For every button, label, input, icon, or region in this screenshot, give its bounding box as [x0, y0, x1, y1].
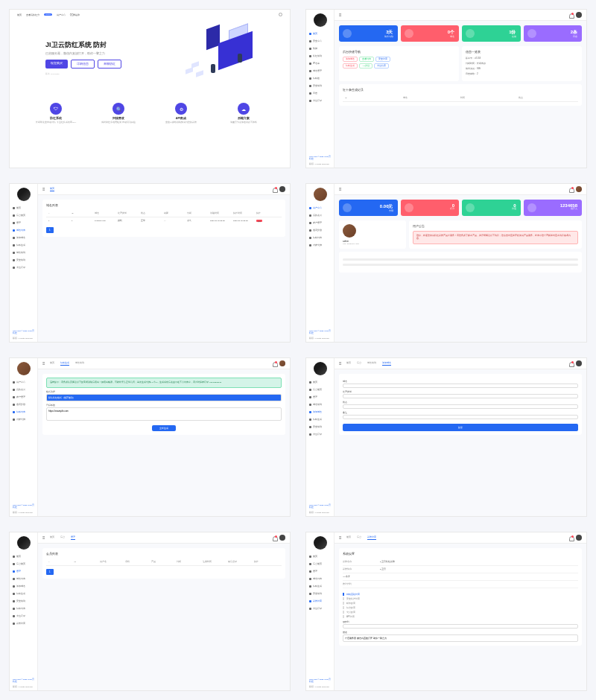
sidebar-item[interactable]: 系统设置 — [306, 597, 334, 605]
sidebar-item-home[interactable]: 首页 — [306, 30, 334, 37]
sidebar-item-data[interactable]: 数据 — [306, 45, 334, 52]
avatar[interactable] — [314, 362, 327, 375]
sidebar-item[interactable]: 充值记录 — [10, 612, 37, 620]
sidebar-item-security[interactable]: 安全中心 — [306, 37, 334, 45]
sidebar-item[interactable]: 管理 — [10, 219, 37, 226]
setting-input[interactable]: JI卫云 — [380, 568, 578, 570]
menu-toggle-icon[interactable]: ≡ — [42, 187, 45, 191]
avatar[interactable] — [314, 13, 327, 27]
quick-view-list[interactable]: 查看列表 — [359, 57, 374, 62]
avatar[interactable] — [17, 362, 31, 375]
table-row[interactable]: 11example.com跳转正常—永久2022-09-09 00:002022… — [46, 217, 282, 224]
bell-icon[interactable] — [569, 536, 573, 540]
page-number[interactable]: 1 — [46, 569, 54, 575]
sidebar-item-domain-list[interactable]: 域名列表 — [10, 226, 37, 234]
page-number[interactable]: 1 — [46, 227, 54, 233]
sidebar-item-srules[interactable]: 安全规则 — [306, 82, 334, 89]
sidebar-item[interactable]: 首页 — [10, 204, 37, 211]
sidebar-item[interactable]: 账户管理 — [306, 219, 334, 226]
sidebar-item[interactable]: 邀请奖励 — [306, 226, 334, 234]
tab[interactable]: 系统设置 — [367, 535, 376, 540]
sidebar-item[interactable]: 后台首页 — [10, 211, 37, 219]
tab[interactable]: 添加域名 — [382, 361, 391, 366]
sidebar-item[interactable]: 后台首页 — [306, 386, 334, 393]
detail-button[interactable]: 详细信息 — [71, 60, 95, 69]
bell-icon[interactable] — [569, 188, 573, 191]
sidebar-item[interactable]: 对账支持 — [10, 416, 37, 423]
setting-input[interactable] — [380, 576, 578, 578]
sidebar-item[interactable]: 充值记录 — [10, 264, 37, 271]
sidebar-item[interactable]: 安全规则 — [306, 590, 334, 597]
tab[interactable]: 后台 — [357, 361, 361, 366]
tab[interactable]: 管理 — [71, 535, 75, 540]
sidebar-item-shortlink[interactable]: 短链接 — [306, 74, 334, 82]
header-avatar[interactable] — [576, 360, 582, 366]
sidebar-item[interactable]: 首页 — [306, 553, 334, 560]
sidebar-item[interactable]: 账户管理 — [10, 393, 37, 401]
sidebar-item-log[interactable]: 日志 — [306, 89, 334, 97]
status-select[interactable] — [343, 404, 578, 409]
sidebar-item[interactable]: 域名列表 — [306, 575, 334, 582]
sidebar-item[interactable]: 后台首页 — [10, 560, 37, 567]
accordion-item[interactable]: 支付配置 — [343, 611, 578, 614]
tab-rules[interactable]: 域名规则 — [75, 361, 84, 366]
sidebar-item[interactable]: 添加域名 — [10, 582, 37, 590]
quick-add-domain[interactable]: 添加域名 — [343, 57, 358, 62]
url-textarea[interactable]: https://example.com — [46, 407, 282, 421]
tab-home[interactable]: 首页 — [50, 187, 54, 191]
header-avatar[interactable] — [576, 12, 582, 18]
setting-input[interactable] — [380, 583, 578, 585]
generate-button[interactable]: 立即生成 — [152, 425, 176, 431]
sidebar-item[interactable]: 用户中心 — [306, 204, 334, 211]
header-avatar[interactable] — [279, 186, 285, 192]
accordion-item[interactable]: API设置 — [343, 615, 578, 618]
sidebar-item-pay[interactable]: 充值记录 — [306, 97, 334, 104]
sidebar-item[interactable]: 我的会员 — [306, 211, 334, 219]
sidebar-item[interactable]: 首页 — [306, 378, 334, 386]
submit-button[interactable]: 提交 — [343, 424, 578, 431]
avatar[interactable] — [314, 188, 327, 201]
header-avatar[interactable] — [576, 535, 582, 541]
sidebar-item[interactable]: 对账支持 — [306, 241, 334, 249]
sidebar-item[interactable]: 短链生成 — [10, 590, 37, 597]
nav-user[interactable]: 用户中心 — [57, 13, 66, 16]
sidebar-item[interactable]: 安全规则 — [306, 423, 334, 430]
accordion-item[interactable]: 安全防护设置 — [343, 597, 578, 600]
tab[interactable]: 首页 — [346, 361, 351, 366]
avatar[interactable] — [314, 536, 327, 550]
sidebar-item[interactable]: 域名列表 — [10, 575, 37, 582]
user-icon[interactable] — [279, 13, 282, 16]
sidebar-item[interactable]: 邀请奖励 — [10, 401, 37, 408]
setting-input[interactable]: JI卫云防红系统 — [380, 561, 578, 563]
accordion-item[interactable]: 短信配置 — [343, 606, 578, 609]
quick-security[interactable]: 安全设置 — [375, 57, 390, 62]
sidebar-item[interactable]: 管理 — [10, 567, 37, 575]
nav-home[interactable]: 首页 — [17, 13, 22, 16]
accordion-item[interactable]: 邮件配置 — [343, 602, 578, 605]
sidebar-item[interactable]: 短链生成 — [306, 582, 334, 590]
tab-home[interactable]: 首页 — [50, 361, 54, 366]
type-select[interactable] — [343, 394, 578, 398]
chat-button[interactable]: 来聊防红 — [98, 60, 121, 69]
domain-input[interactable] — [343, 384, 578, 388]
menu-toggle-icon[interactable]: ≡ — [339, 361, 342, 366]
sidebar-item[interactable]: 短链生成 — [10, 241, 37, 249]
header-avatar[interactable] — [279, 360, 285, 366]
avatar[interactable] — [17, 188, 31, 201]
tab[interactable]: 域名规则 — [367, 361, 376, 366]
sidebar-item[interactable]: 短链生成 — [306, 416, 334, 423]
menu-toggle-icon[interactable]: ≡ — [339, 535, 342, 540]
buy-button[interactable]: 现在购买 — [45, 60, 68, 69]
sidebar-item[interactable]: 域名规则 — [10, 249, 37, 256]
sidebar-item[interactable]: 我的会员 — [10, 386, 37, 393]
nav-check[interactable]: 查看我的红分 — [26, 13, 39, 16]
bell-icon[interactable] — [569, 362, 573, 366]
qq-input[interactable] — [343, 624, 578, 629]
delete-button[interactable]: 删除 — [256, 220, 262, 222]
tab[interactable]: 后台 — [357, 535, 361, 540]
accordion-item[interactable]: 网站基础设置 — [343, 593, 578, 596]
sidebar-item[interactable]: 域名规则 — [306, 401, 334, 408]
sidebar-item-ip[interactable]: IP名单 — [306, 60, 334, 67]
sidebar-item[interactable]: 首页 — [10, 553, 37, 560]
sidebar-item[interactable]: 管理 — [306, 393, 334, 401]
